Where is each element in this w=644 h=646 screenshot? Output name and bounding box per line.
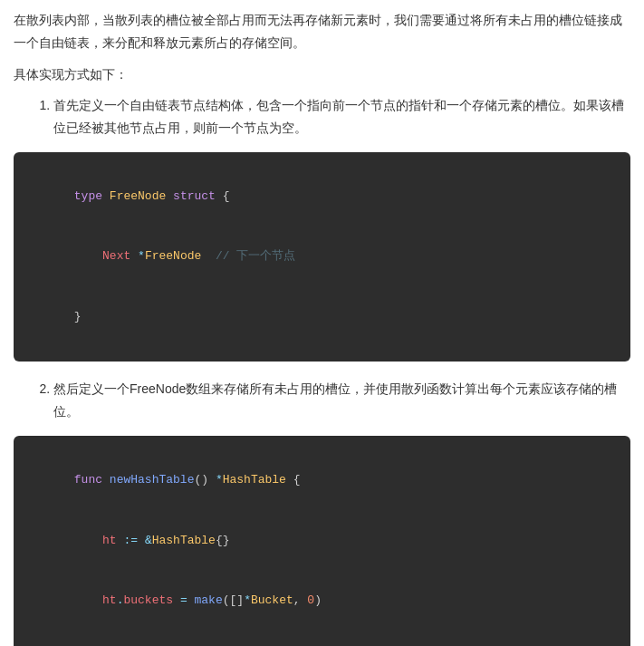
steps-list-2: 然后定义一个FreeNode数组来存储所有未占用的槽位，并使用散列函数计算出每个… <box>17 378 630 423</box>
code-block-1: type FreeNode struct { Next *FreeNode //… <box>14 152 630 362</box>
intro-paragraph: 在散列表内部，当散列表的槽位被全部占用而无法再存储新元素时，我们需要通过将所有未… <box>14 9 630 54</box>
code-line: ht.buckets = make([]*Bucket, 0) <box>32 571 612 631</box>
section-title: 具体实现方式如下： <box>14 63 630 86</box>
list-item-1: 首先定义一个自由链表节点结构体，包含一个指向前一个节点的指针和一个存储元素的槽位… <box>53 94 630 140</box>
list-item-2-text: 然后定义一个FreeNode数组来存储所有未占用的槽位，并使用散列函数计算出每个… <box>53 381 617 419</box>
code-line: func newHashTable() *HashTable { <box>32 450 612 510</box>
steps-list: 首先定义一个自由链表节点结构体，包含一个指向前一个节点的指针和一个存储元素的槽位… <box>17 94 630 140</box>
code-line: ht := &HashTable{} <box>32 510 612 570</box>
code-line: ht.hasher = make(hasher) <box>32 631 612 646</box>
list-item-1-text: 首先定义一个自由链表节点结构体，包含一个指向前一个节点的指针和一个存储元素的槽位… <box>53 98 624 135</box>
code-line: } <box>32 287 612 347</box>
list-item-2: 然后定义一个FreeNode数组来存储所有未占用的槽位，并使用散列函数计算出每个… <box>53 378 630 423</box>
step2-block: 然后定义一个FreeNode数组来存储所有未占用的槽位，并使用散列函数计算出每个… <box>14 378 630 423</box>
page-content: 在散列表内部，当散列表的槽位被全部占用而无法再存储新元素时，我们需要通过将所有未… <box>0 0 644 646</box>
intro-block: 在散列表内部，当散列表的槽位被全部占用而无法再存储新元素时，我们需要通过将所有未… <box>14 9 630 140</box>
code-line: type FreeNode struct { <box>32 167 612 227</box>
code-line: Next *FreeNode // 下一个节点 <box>32 227 612 286</box>
code-block-2: func newHashTable() *HashTable { ht := &… <box>14 436 630 646</box>
